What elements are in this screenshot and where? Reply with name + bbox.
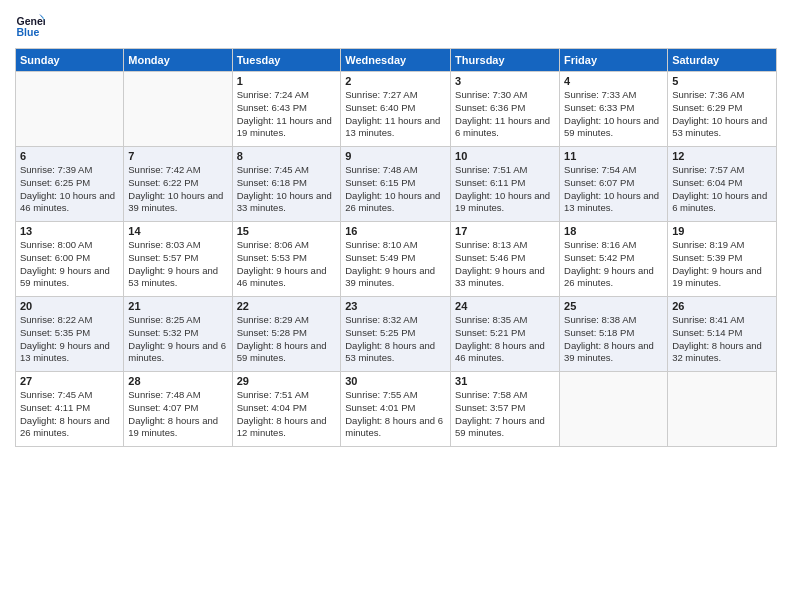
day-info: Sunrise: 8:22 AM Sunset: 5:35 PM Dayligh… bbox=[20, 314, 119, 365]
day-number: 27 bbox=[20, 375, 119, 387]
day-number: 17 bbox=[455, 225, 555, 237]
day-info: Sunrise: 8:10 AM Sunset: 5:49 PM Dayligh… bbox=[345, 239, 446, 290]
day-number: 4 bbox=[564, 75, 663, 87]
header-row: SundayMondayTuesdayWednesdayThursdayFrid… bbox=[16, 49, 777, 72]
calendar-cell: 15Sunrise: 8:06 AM Sunset: 5:53 PM Dayli… bbox=[232, 222, 341, 297]
calendar-cell: 16Sunrise: 8:10 AM Sunset: 5:49 PM Dayli… bbox=[341, 222, 451, 297]
day-info: Sunrise: 7:27 AM Sunset: 6:40 PM Dayligh… bbox=[345, 89, 446, 140]
day-info: Sunrise: 8:00 AM Sunset: 6:00 PM Dayligh… bbox=[20, 239, 119, 290]
calendar-cell: 27Sunrise: 7:45 AM Sunset: 4:11 PM Dayli… bbox=[16, 372, 124, 447]
day-info: Sunrise: 7:51 AM Sunset: 4:04 PM Dayligh… bbox=[237, 389, 337, 440]
svg-text:Blue: Blue bbox=[17, 26, 40, 38]
calendar-cell: 26Sunrise: 8:41 AM Sunset: 5:14 PM Dayli… bbox=[668, 297, 777, 372]
calendar-cell: 4Sunrise: 7:33 AM Sunset: 6:33 PM Daylig… bbox=[560, 72, 668, 147]
week-row-2: 6Sunrise: 7:39 AM Sunset: 6:25 PM Daylig… bbox=[16, 147, 777, 222]
day-number: 8 bbox=[237, 150, 337, 162]
day-header-friday: Friday bbox=[560, 49, 668, 72]
day-number: 24 bbox=[455, 300, 555, 312]
calendar-cell bbox=[124, 72, 232, 147]
day-header-thursday: Thursday bbox=[451, 49, 560, 72]
day-number: 23 bbox=[345, 300, 446, 312]
week-row-5: 27Sunrise: 7:45 AM Sunset: 4:11 PM Dayli… bbox=[16, 372, 777, 447]
day-info: Sunrise: 8:32 AM Sunset: 5:25 PM Dayligh… bbox=[345, 314, 446, 365]
calendar-cell: 20Sunrise: 8:22 AM Sunset: 5:35 PM Dayli… bbox=[16, 297, 124, 372]
calendar-cell: 25Sunrise: 8:38 AM Sunset: 5:18 PM Dayli… bbox=[560, 297, 668, 372]
day-header-tuesday: Tuesday bbox=[232, 49, 341, 72]
week-row-1: 1Sunrise: 7:24 AM Sunset: 6:43 PM Daylig… bbox=[16, 72, 777, 147]
calendar-cell: 23Sunrise: 8:32 AM Sunset: 5:25 PM Dayli… bbox=[341, 297, 451, 372]
day-number: 1 bbox=[237, 75, 337, 87]
day-info: Sunrise: 7:54 AM Sunset: 6:07 PM Dayligh… bbox=[564, 164, 663, 215]
calendar-cell: 18Sunrise: 8:16 AM Sunset: 5:42 PM Dayli… bbox=[560, 222, 668, 297]
calendar-cell: 29Sunrise: 7:51 AM Sunset: 4:04 PM Dayli… bbox=[232, 372, 341, 447]
calendar-cell: 2Sunrise: 7:27 AM Sunset: 6:40 PM Daylig… bbox=[341, 72, 451, 147]
day-number: 5 bbox=[672, 75, 772, 87]
week-row-4: 20Sunrise: 8:22 AM Sunset: 5:35 PM Dayli… bbox=[16, 297, 777, 372]
day-info: Sunrise: 8:03 AM Sunset: 5:57 PM Dayligh… bbox=[128, 239, 227, 290]
calendar-cell bbox=[560, 372, 668, 447]
day-info: Sunrise: 7:45 AM Sunset: 6:18 PM Dayligh… bbox=[237, 164, 337, 215]
day-number: 19 bbox=[672, 225, 772, 237]
calendar-cell: 28Sunrise: 7:48 AM Sunset: 4:07 PM Dayli… bbox=[124, 372, 232, 447]
calendar-cell: 8Sunrise: 7:45 AM Sunset: 6:18 PM Daylig… bbox=[232, 147, 341, 222]
day-number: 11 bbox=[564, 150, 663, 162]
day-info: Sunrise: 8:41 AM Sunset: 5:14 PM Dayligh… bbox=[672, 314, 772, 365]
calendar-body: 1Sunrise: 7:24 AM Sunset: 6:43 PM Daylig… bbox=[16, 72, 777, 447]
calendar-cell: 3Sunrise: 7:30 AM Sunset: 6:36 PM Daylig… bbox=[451, 72, 560, 147]
day-info: Sunrise: 8:16 AM Sunset: 5:42 PM Dayligh… bbox=[564, 239, 663, 290]
logo: General Blue bbox=[15, 10, 49, 40]
calendar-cell: 12Sunrise: 7:57 AM Sunset: 6:04 PM Dayli… bbox=[668, 147, 777, 222]
calendar-cell: 7Sunrise: 7:42 AM Sunset: 6:22 PM Daylig… bbox=[124, 147, 232, 222]
day-number: 6 bbox=[20, 150, 119, 162]
day-info: Sunrise: 7:39 AM Sunset: 6:25 PM Dayligh… bbox=[20, 164, 119, 215]
calendar-cell: 1Sunrise: 7:24 AM Sunset: 6:43 PM Daylig… bbox=[232, 72, 341, 147]
calendar-cell bbox=[668, 372, 777, 447]
day-info: Sunrise: 7:33 AM Sunset: 6:33 PM Dayligh… bbox=[564, 89, 663, 140]
day-number: 31 bbox=[455, 375, 555, 387]
day-header-monday: Monday bbox=[124, 49, 232, 72]
day-number: 28 bbox=[128, 375, 227, 387]
day-info: Sunrise: 7:24 AM Sunset: 6:43 PM Dayligh… bbox=[237, 89, 337, 140]
day-number: 3 bbox=[455, 75, 555, 87]
day-number: 14 bbox=[128, 225, 227, 237]
day-number: 20 bbox=[20, 300, 119, 312]
day-header-sunday: Sunday bbox=[16, 49, 124, 72]
day-info: Sunrise: 7:45 AM Sunset: 4:11 PM Dayligh… bbox=[20, 389, 119, 440]
day-info: Sunrise: 8:19 AM Sunset: 5:39 PM Dayligh… bbox=[672, 239, 772, 290]
calendar-cell: 10Sunrise: 7:51 AM Sunset: 6:11 PM Dayli… bbox=[451, 147, 560, 222]
calendar-cell: 19Sunrise: 8:19 AM Sunset: 5:39 PM Dayli… bbox=[668, 222, 777, 297]
day-number: 2 bbox=[345, 75, 446, 87]
calendar-cell: 9Sunrise: 7:48 AM Sunset: 6:15 PM Daylig… bbox=[341, 147, 451, 222]
calendar-cell bbox=[16, 72, 124, 147]
day-number: 10 bbox=[455, 150, 555, 162]
day-number: 18 bbox=[564, 225, 663, 237]
day-number: 29 bbox=[237, 375, 337, 387]
day-info: Sunrise: 7:57 AM Sunset: 6:04 PM Dayligh… bbox=[672, 164, 772, 215]
logo-icon: General Blue bbox=[15, 10, 45, 40]
day-number: 13 bbox=[20, 225, 119, 237]
calendar-cell: 14Sunrise: 8:03 AM Sunset: 5:57 PM Dayli… bbox=[124, 222, 232, 297]
day-info: Sunrise: 8:13 AM Sunset: 5:46 PM Dayligh… bbox=[455, 239, 555, 290]
day-number: 22 bbox=[237, 300, 337, 312]
day-info: Sunrise: 7:48 AM Sunset: 6:15 PM Dayligh… bbox=[345, 164, 446, 215]
day-info: Sunrise: 7:30 AM Sunset: 6:36 PM Dayligh… bbox=[455, 89, 555, 140]
day-number: 16 bbox=[345, 225, 446, 237]
calendar-cell: 21Sunrise: 8:25 AM Sunset: 5:32 PM Dayli… bbox=[124, 297, 232, 372]
calendar-cell: 6Sunrise: 7:39 AM Sunset: 6:25 PM Daylig… bbox=[16, 147, 124, 222]
day-number: 7 bbox=[128, 150, 227, 162]
day-number: 9 bbox=[345, 150, 446, 162]
calendar-header: SundayMondayTuesdayWednesdayThursdayFrid… bbox=[16, 49, 777, 72]
day-info: Sunrise: 7:58 AM Sunset: 3:57 PM Dayligh… bbox=[455, 389, 555, 440]
calendar-cell: 24Sunrise: 8:35 AM Sunset: 5:21 PM Dayli… bbox=[451, 297, 560, 372]
day-info: Sunrise: 8:25 AM Sunset: 5:32 PM Dayligh… bbox=[128, 314, 227, 365]
calendar-cell: 22Sunrise: 8:29 AM Sunset: 5:28 PM Dayli… bbox=[232, 297, 341, 372]
calendar: SundayMondayTuesdayWednesdayThursdayFrid… bbox=[15, 48, 777, 447]
day-header-saturday: Saturday bbox=[668, 49, 777, 72]
calendar-cell: 17Sunrise: 8:13 AM Sunset: 5:46 PM Dayli… bbox=[451, 222, 560, 297]
day-number: 12 bbox=[672, 150, 772, 162]
calendar-cell: 11Sunrise: 7:54 AM Sunset: 6:07 PM Dayli… bbox=[560, 147, 668, 222]
day-number: 30 bbox=[345, 375, 446, 387]
week-row-3: 13Sunrise: 8:00 AM Sunset: 6:00 PM Dayli… bbox=[16, 222, 777, 297]
day-info: Sunrise: 7:48 AM Sunset: 4:07 PM Dayligh… bbox=[128, 389, 227, 440]
day-number: 15 bbox=[237, 225, 337, 237]
